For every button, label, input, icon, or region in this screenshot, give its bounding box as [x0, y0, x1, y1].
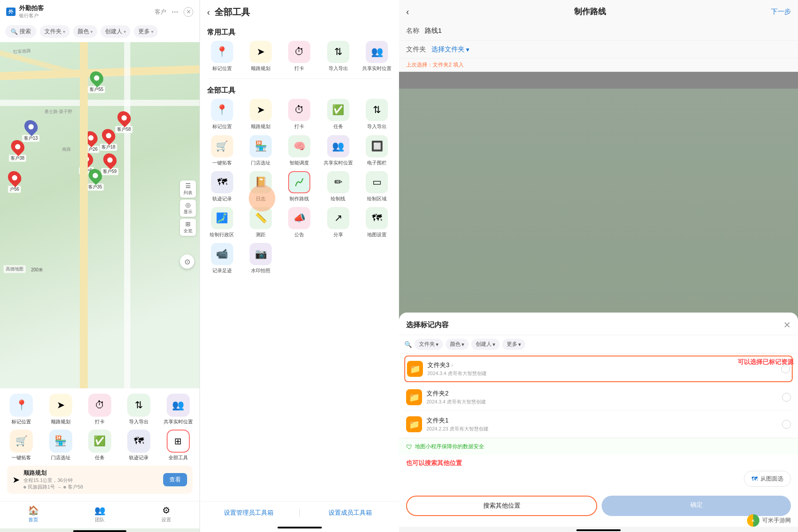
- map-pin-38[interactable]: 客户38: [9, 140, 26, 162]
- tool-draw-area[interactable]: ▭ 绘制区域: [360, 171, 394, 202]
- display-icon: ◎: [185, 201, 191, 208]
- common-import-icon: ⇅: [327, 41, 349, 63]
- back-button[interactable]: ‹: [207, 7, 210, 17]
- route-folder-select[interactable]: 选择文件夹 ▾: [431, 45, 469, 54]
- tool-checkin2[interactable]: ⏱ 打卡: [283, 99, 316, 129]
- tool-watermark-photo[interactable]: 📷 水印拍照: [244, 243, 277, 274]
- tool-share3[interactable]: ↗ 分享: [321, 207, 355, 238]
- tool-expand2[interactable]: 🛒 一键拓客: [205, 135, 239, 166]
- route-info: 顺路规划 全程15.1公里，36分钟 民族园路1号 → 客户58: [23, 469, 160, 490]
- tool-share-location[interactable]: 👥 共享实时位置: [160, 394, 196, 425]
- from-map-button[interactable]: 🗺 从图面选: [744, 471, 791, 487]
- route-next-button[interactable]: 下一步: [771, 8, 791, 16]
- modal-close-button[interactable]: ✕: [783, 320, 791, 330]
- fill-in-link[interactable]: 填入: [453, 62, 464, 68]
- tool-notice[interactable]: 📣 公告: [283, 207, 316, 238]
- street-label-1: 红军南路: [13, 48, 31, 55]
- folder-item-3[interactable]: 📁 文件夹3 › 2024.3.4 虎哥有大智慧创建: [404, 356, 793, 382]
- admin-toolbox-link[interactable]: 设置管理员工具箱: [207, 509, 290, 517]
- common-tools-grid: 📍 标记位置 ➤ 顺路规划 ⏱ 打卡 ⇅ 导入导出 👥 共享实时位置: [200, 41, 399, 77]
- from-map-icon: 🗺: [751, 475, 758, 482]
- list-view-button[interactable]: ☰ 列表: [180, 180, 196, 198]
- folder-item-1[interactable]: 📁 文件夹1 2024.2.23 虎哥有大智慧创建: [404, 411, 793, 438]
- common-tool-checkin[interactable]: ⏱ 打卡: [283, 41, 316, 71]
- folder-radio-1[interactable]: [782, 420, 791, 429]
- map-pin-56[interactable]: 户56: [8, 171, 21, 193]
- confirm-button[interactable]: 确定: [602, 496, 791, 516]
- tool-smart-dispatch[interactable]: 🧠 智能调度: [283, 135, 316, 166]
- route-name-value[interactable]: 路线1: [425, 27, 442, 35]
- home-indicator: [73, 530, 126, 532]
- tool-journal[interactable]: 📔 日志: [244, 171, 277, 202]
- modal-filter-more[interactable]: 更多 ▾: [502, 339, 525, 350]
- modal-filter-creator[interactable]: 创建人 ▾: [471, 339, 500, 350]
- tool-all-tools[interactable]: ⊞ 全部工具: [160, 430, 196, 461]
- tool-track2[interactable]: 🗺 轨迹记录: [205, 171, 239, 202]
- overview-button[interactable]: ⊞ 全览: [180, 219, 196, 236]
- map-more-button[interactable]: ···: [170, 7, 180, 16]
- tool-mark2[interactable]: 📍 标记位置: [205, 99, 239, 129]
- folder-icon-3: 📁: [407, 361, 423, 377]
- settings-icon: ⚙: [162, 505, 170, 516]
- common-tool-mark[interactable]: 📍 标记位置: [205, 41, 239, 71]
- tool-task[interactable]: ✅ 任务: [82, 430, 117, 461]
- tool-route-plan[interactable]: ➤ 顺路规划: [43, 394, 78, 425]
- folder-radio-2[interactable]: [782, 393, 791, 402]
- common-tool-import[interactable]: ⇅ 导入导出: [321, 41, 355, 71]
- filter-folder[interactable]: 文件夹 ▾: [40, 25, 70, 38]
- folder-radio-3[interactable]: [781, 364, 790, 373]
- map-search-input[interactable]: 🔍 搜索: [5, 25, 36, 38]
- tool-track[interactable]: 🗺 轨迹记录: [121, 430, 156, 461]
- chevron-down-icon: ▾: [63, 29, 65, 34]
- tool-draw-line[interactable]: ✏ 绘制线: [321, 171, 355, 202]
- tool-geofence[interactable]: 🔲 电子围栏: [360, 135, 394, 166]
- tool-footprint[interactable]: 📹 记录足迹: [205, 243, 239, 274]
- route-check-button[interactable]: 查看: [163, 473, 187, 486]
- tool-measure[interactable]: 📏 测距: [244, 207, 277, 238]
- map-pin-18[interactable]: 客户18: [100, 129, 117, 151]
- nav-home[interactable]: 🏠 首页: [0, 505, 66, 523]
- folder-item-2[interactable]: 📁 文件夹2 2024.3.4 虎哥有大智慧创建: [404, 384, 793, 411]
- map-close-button[interactable]: ✕: [184, 7, 193, 17]
- display-view-button[interactable]: ◎ 显示: [180, 200, 196, 217]
- tool-map-settings[interactable]: 🗺 地图设置: [360, 207, 394, 238]
- map-pin-13[interactable]: 客户13: [22, 120, 39, 142]
- footer-divider: [299, 509, 300, 517]
- tool-draw-admin[interactable]: 🗾 绘制行政区: [205, 207, 239, 238]
- map-canvas[interactable]: 红军南路 勇士路·菜子野 南路 客户55 客户13 客户26 客户18 客户58…: [0, 42, 200, 388]
- modal-filter-color[interactable]: 颜色 ▾: [446, 339, 469, 350]
- map-pin-58[interactable]: 客户58: [115, 111, 133, 133]
- tool-route2[interactable]: ➤ 顺路规划: [244, 99, 277, 129]
- nav-settings[interactable]: ⚙ 设置: [133, 505, 200, 523]
- tool-share2[interactable]: 👥 共享实时位置: [321, 135, 355, 166]
- route-back-button[interactable]: ‹: [406, 7, 409, 17]
- filter-color[interactable]: 颜色 ▾: [73, 25, 97, 38]
- tool-store2[interactable]: 🏪 门店选址: [244, 135, 277, 166]
- nav-team[interactable]: 👥 团队: [66, 505, 133, 523]
- map-pin-55[interactable]: 客户55: [88, 71, 105, 93]
- tool-expand-client[interactable]: 🛒 一键拓客: [4, 430, 39, 461]
- home-icon: 🏠: [28, 505, 39, 516]
- tool-task2[interactable]: ✅ 任务: [321, 99, 355, 129]
- location-button[interactable]: ⊙: [180, 254, 194, 269]
- member-toolbox-link[interactable]: 设置成员工具箱: [309, 509, 392, 517]
- map-pin-26[interactable]: 客户26: [82, 131, 99, 153]
- route-create-title: 制作路线: [574, 6, 606, 17]
- tool-import-export[interactable]: ⇅ 导入导出: [121, 394, 156, 425]
- map-pin-35[interactable]: 客户35: [86, 168, 104, 191]
- modal-overlay: 选择标记内容 ✕ 🔍 文件夹 ▾ 颜色 ▾ 创建人: [399, 89, 798, 527]
- search-other-button[interactable]: 搜索其他位置: [406, 496, 597, 516]
- common-tool-route[interactable]: ➤ 顺路规划: [244, 41, 277, 71]
- filter-more[interactable]: 更多 ▾: [134, 25, 158, 38]
- tool-mark-location[interactable]: 📍 标记位置: [4, 394, 39, 425]
- tools-title: 全部工具: [215, 6, 250, 18]
- tool-import2[interactable]: ⇅ 导入导出: [360, 99, 394, 129]
- common-tool-share[interactable]: 👥 共享实时位置: [360, 41, 394, 71]
- tool-store-select[interactable]: 🏪 门店选址: [43, 430, 78, 461]
- modal-filter-folder[interactable]: 文件夹 ▾: [415, 339, 443, 350]
- tool-make-route[interactable]: 制作路线: [283, 171, 316, 202]
- filter-creator[interactable]: 创建人 ▾: [101, 25, 130, 38]
- tool-checkin[interactable]: ⏱ 打卡: [82, 394, 117, 425]
- watermark-text: 可米手游网: [762, 516, 791, 524]
- watermark-logo: K: [747, 514, 759, 527]
